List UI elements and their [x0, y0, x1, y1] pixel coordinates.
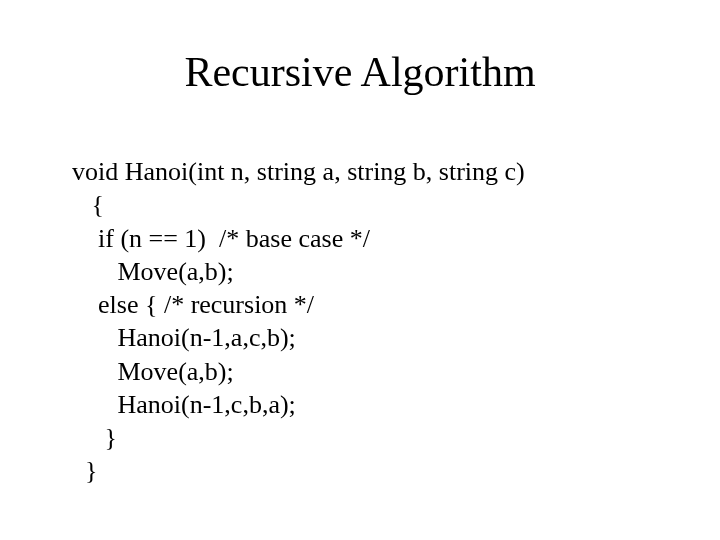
code-line: Hanoi(n-1,c,b,a);: [72, 390, 296, 419]
code-line: Move(a,b);: [72, 257, 234, 286]
code-block: void Hanoi(int n, string a, string b, st…: [72, 155, 525, 488]
slide-title: Recursive Algorithm: [0, 48, 720, 96]
code-line: }: [72, 423, 117, 452]
slide: Recursive Algorithm void Hanoi(int n, st…: [0, 0, 720, 540]
code-line: {: [72, 190, 104, 219]
code-line: Move(a,b);: [72, 357, 234, 386]
code-line: }: [72, 456, 97, 485]
code-line: Hanoi(n-1,a,c,b);: [72, 323, 296, 352]
code-line: void Hanoi(int n, string a, string b, st…: [72, 157, 525, 186]
code-line: else { /* recursion */: [72, 290, 314, 319]
code-line: if (n == 1) /* base case */: [72, 224, 370, 253]
